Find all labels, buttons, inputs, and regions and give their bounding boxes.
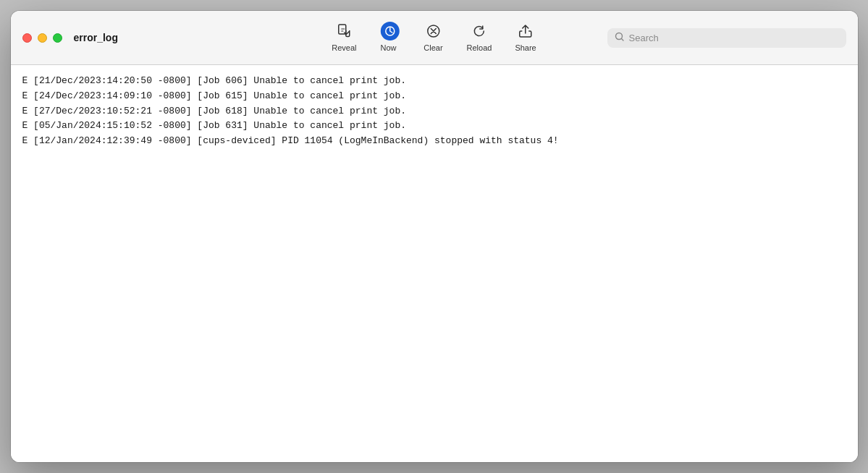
reveal-icon — [336, 23, 352, 41]
share-button[interactable]: Share — [503, 19, 547, 56]
clear-icon — [426, 23, 442, 41]
clear-button[interactable]: Clear — [412, 19, 455, 56]
minimize-button[interactable] — [38, 33, 47, 43]
window-title: error_log — [74, 32, 118, 43]
log-line: E [12/Jan/2024:12:39:49 -0800] [cups-dev… — [22, 134, 846, 149]
log-line: E [27/Dec/2023:10:52:21 -0800] [Job 618]… — [22, 104, 846, 119]
now-label: Now — [381, 43, 397, 52]
reload-button[interactable]: Reload — [455, 19, 504, 56]
maximize-button[interactable] — [53, 33, 62, 43]
reveal-button[interactable]: Reveal — [320, 19, 368, 56]
search-icon — [615, 32, 625, 44]
now-icon — [381, 22, 400, 41]
traffic-lights — [22, 33, 62, 43]
reload-icon — [471, 23, 487, 41]
log-line: E [21/Dec/2023:14:20:50 -0800] [Job 606]… — [22, 74, 846, 89]
toolbar: Reveal Now — [320, 17, 547, 58]
share-label: Share — [515, 43, 536, 52]
main-window: error_log Reveal — [11, 11, 858, 462]
log-line: E [24/Dec/2023:14:09:10 -0800] [Job 615]… — [22, 89, 846, 104]
now-button[interactable]: Now — [368, 17, 412, 58]
reload-label: Reload — [467, 43, 492, 52]
reveal-label: Reveal — [332, 43, 356, 52]
close-button[interactable] — [22, 33, 32, 43]
log-content: E [21/Dec/2023:14:20:50 -0800] [Job 606]… — [11, 65, 858, 462]
search-input[interactable] — [629, 33, 839, 43]
title-bar: error_log Reveal — [11, 11, 858, 65]
log-line: E [05/Jan/2024:15:10:52 -0800] [Job 631]… — [22, 119, 846, 134]
clear-label: Clear — [424, 43, 442, 52]
search-bar[interactable] — [607, 28, 846, 48]
share-icon — [518, 23, 534, 41]
